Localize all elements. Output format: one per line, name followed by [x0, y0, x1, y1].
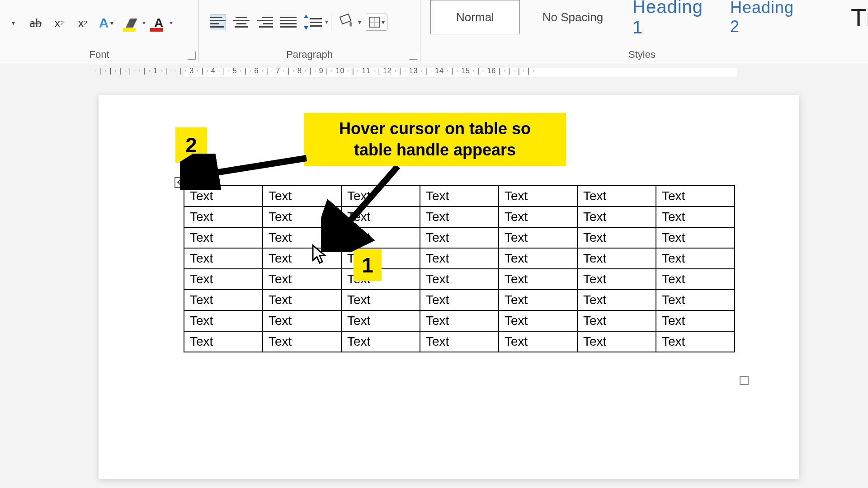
table-cell[interactable]: Text — [499, 310, 577, 331]
table-cell[interactable]: Text — [184, 331, 263, 352]
table-cell[interactable]: Text — [184, 290, 263, 310]
table-cell[interactable]: Text — [184, 186, 263, 206]
ribbon-group-font: ▾ ab x2 x2 A▾ ▾ A▾ Font — [0, 0, 199, 63]
table-cell[interactable]: Text — [577, 186, 656, 206]
table-cell[interactable]: Text — [420, 310, 499, 331]
table-cell[interactable]: Text — [577, 206, 656, 227]
table-cell[interactable]: Text — [577, 227, 656, 248]
table-cell[interactable]: Text — [184, 310, 263, 331]
superscript-button[interactable]: x2 — [74, 14, 91, 33]
table-cell[interactable]: Text — [341, 227, 420, 248]
table-cell[interactable]: Text — [420, 186, 499, 206]
styles-group-label: Styles — [420, 49, 863, 63]
table-cell[interactable]: Text — [341, 290, 420, 310]
table-row[interactable]: TextTextTextTextTextTextText — [184, 290, 735, 310]
styles-gallery: Normal No Spacing Heading 1 Heading 2 Ti… — [420, 0, 863, 45]
table-cell[interactable]: Text — [263, 331, 341, 352]
font-group-label: Font — [0, 49, 198, 63]
style-normal[interactable]: Normal — [430, 0, 520, 34]
table-cell[interactable]: Text — [184, 206, 263, 227]
table-row[interactable]: TextTextTextTextTextTextText — [184, 186, 735, 206]
style-heading-2[interactable]: Heading 2 — [723, 0, 813, 34]
table-cell[interactable]: Text — [577, 331, 656, 352]
table-cell[interactable]: Text — [420, 227, 499, 248]
line-spacing-button[interactable]: ▾ — [304, 14, 324, 31]
table-cell[interactable]: Text — [263, 206, 341, 227]
font-color-button[interactable]: A▾ — [148, 14, 169, 33]
table-cell[interactable]: Text — [656, 248, 735, 269]
table-cell[interactable]: Text — [263, 186, 341, 206]
move-icon: ✥ — [177, 178, 184, 187]
style-title[interactable]: Tit — [821, 0, 868, 34]
table-resize-handle[interactable] — [740, 376, 749, 385]
table-cell[interactable]: Text — [656, 331, 735, 352]
table-cell[interactable]: Text — [656, 269, 735, 290]
style-heading-1[interactable]: Heading 1 — [626, 0, 715, 34]
table-cell[interactable]: Text — [499, 186, 577, 206]
align-justify-button[interactable] — [280, 14, 297, 30]
table-cell[interactable]: Text — [656, 227, 735, 248]
table-cell[interactable]: Text — [577, 290, 656, 310]
table-cell[interactable]: Text — [263, 290, 341, 310]
table-cell[interactable]: Text — [184, 248, 263, 269]
style-no-spacing[interactable]: No Spacing — [528, 0, 618, 34]
table-cell[interactable]: Text — [263, 269, 341, 290]
table-cell[interactable]: Text — [420, 331, 499, 352]
table-cell[interactable]: Text — [341, 206, 420, 227]
table-cell[interactable]: Text — [499, 331, 577, 352]
text-highlight-color-button[interactable]: ▾ — [121, 14, 142, 33]
table-row[interactable]: TextTextTextTextTextTextText — [184, 310, 735, 331]
table-cell[interactable]: Text — [656, 290, 735, 310]
text-effects-button[interactable]: A▾ — [98, 14, 115, 33]
strikethrough-button[interactable]: ab — [27, 14, 44, 33]
table-cell[interactable]: Text — [656, 206, 735, 227]
table-cell[interactable]: Text — [499, 206, 577, 227]
paragraph-dialog-launcher-icon[interactable] — [409, 52, 417, 60]
style-no-spacing-label: No Spacing — [542, 10, 603, 24]
table-cell[interactable]: Text — [341, 186, 420, 206]
table-cell[interactable]: Text — [263, 310, 341, 331]
shading-button[interactable]: ▾ — [339, 14, 359, 30]
table-cell[interactable]: Text — [184, 269, 263, 290]
table-cell[interactable]: Text — [499, 227, 577, 248]
align-center-button[interactable] — [233, 14, 250, 30]
table-row[interactable]: TextTextTextTextTextTextText — [184, 206, 735, 227]
style-heading-1-label: Heading 1 — [632, 0, 708, 38]
table-cell[interactable]: Text — [341, 310, 420, 331]
table-cell[interactable]: Text — [184, 227, 263, 248]
table-cell[interactable]: Text — [577, 310, 656, 331]
table-row[interactable]: TextTextTextTextTextTextText — [184, 227, 735, 248]
annotation-step-2-text: 2 — [185, 133, 197, 157]
table-cell[interactable]: Text — [420, 269, 499, 290]
table-row[interactable]: TextTextTextTextTextTextText — [184, 248, 735, 269]
table-cell[interactable]: Text — [263, 248, 341, 269]
table-cell[interactable]: Text — [499, 248, 577, 269]
table-row[interactable]: TextTextTextTextTextTextText — [184, 269, 735, 290]
table-cell[interactable]: Text — [656, 310, 735, 331]
table-cell[interactable]: Text — [577, 248, 656, 269]
align-left-button[interactable] — [210, 14, 226, 30]
table-cell[interactable]: Text — [420, 248, 499, 269]
ribbon: ▾ ab x2 x2 A▾ ▾ A▾ Font — [0, 0, 868, 63]
paragraph-group-label: Paragraph — [199, 49, 420, 63]
horizontal-ruler[interactable]: · | · | · | · | · · | · 1 · | · · | · 3 … — [0, 63, 868, 81]
table-row[interactable]: TextTextTextTextTextTextText — [184, 331, 735, 352]
table-cell[interactable]: Text — [420, 206, 499, 227]
table-cell[interactable]: Text — [341, 331, 420, 352]
style-heading-2-label: Heading 2 — [730, 0, 806, 36]
borders-button[interactable]: ▾ — [366, 14, 387, 31]
ribbon-group-paragraph: ▾ ▾ ▾ Paragraph — [199, 0, 420, 63]
annotation-bubble-line2: table handle appears — [339, 140, 531, 161]
table-cell[interactable]: Text — [499, 290, 577, 310]
table-cell[interactable]: Text — [263, 227, 341, 248]
table-cell[interactable]: Text — [656, 186, 735, 206]
table-cell[interactable]: Text — [577, 269, 656, 290]
ribbon-group-styles: Normal No Spacing Heading 1 Heading 2 Ti… — [420, 0, 863, 63]
subscript-button[interactable]: x2 — [51, 14, 68, 33]
align-right-button[interactable] — [257, 14, 273, 30]
table-cell[interactable]: Text — [499, 269, 577, 290]
table-cell[interactable]: Text — [420, 290, 499, 310]
font-menu-dropdown[interactable]: ▾ — [4, 14, 21, 33]
font-dialog-launcher-icon[interactable] — [188, 52, 196, 60]
document-table[interactable]: TextTextTextTextTextTextTextTextTextText… — [184, 185, 735, 352]
